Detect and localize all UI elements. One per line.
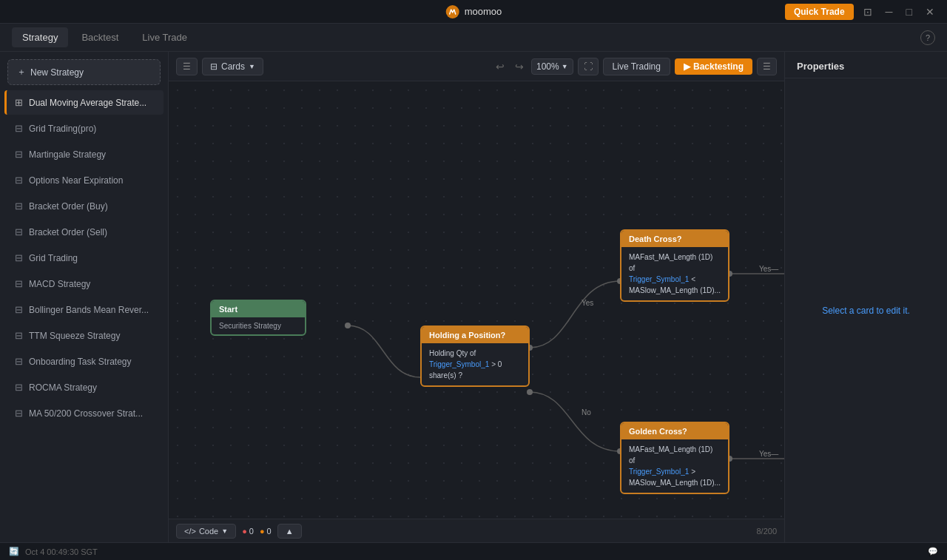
chevron-down-icon: ▼ (562, 63, 568, 70)
sidebar-item-bracket-buy[interactable]: ⊟ Bracket Order (Buy) (4, 194, 164, 218)
golden-cross-node[interactable]: Golden Cross? MAFast_MA_Length (1D) of T… (620, 422, 729, 494)
chevron-down-icon: ▼ (249, 63, 255, 70)
properties-header: Properties (785, 52, 947, 78)
properties-panel: Properties Select a card to edit it. (784, 52, 947, 542)
statusbar-right: 💬 (928, 547, 938, 556)
moomoo-logo-icon (445, 4, 460, 19)
zoom-control[interactable]: 100% ▼ (531, 58, 573, 75)
strategy-icon: ⊟ (15, 175, 23, 186)
strategy-icon: ⊟ (15, 278, 23, 289)
flow-canvas[interactable]: Yes No Yes— Yes— Start Securities Strate… (169, 81, 784, 519)
holding-node-header: Holding a Position? (422, 327, 528, 343)
properties-empty: Select a card to edit it. (785, 78, 947, 542)
chevron-down-icon: ▼ (221, 527, 228, 535)
tabbar: Strategy Backtest Live Trade ? (0, 24, 947, 52)
start-node[interactable]: Start Securities Strategy (210, 300, 306, 336)
golden-symbol-link[interactable]: Trigger_Symbol_1 (629, 468, 689, 476)
strategy-icon: ⊟ (15, 123, 23, 134)
sidebar-item-onboarding[interactable]: ⊟ Onboarding Task Strategy (4, 349, 164, 374)
cards-icon: ⊟ (210, 61, 218, 72)
strategy-icon: ⊟ (15, 304, 23, 315)
svg-point-1 (345, 323, 351, 328)
sidebar-item-macd[interactable]: ⊟ MACD Strategy (4, 271, 164, 296)
strategy-icon: ⊟ (15, 408, 23, 419)
death-cross-body: MAFast_MA_Length (1D) of Trigger_Symbol_… (621, 247, 728, 300)
quick-trade-button[interactable]: Quick Trade (785, 4, 854, 20)
titlebar: moomoo Quick Trade ⊡ ─ □ ✕ (0, 0, 947, 24)
golden-cross-header: Golden Cross? (621, 423, 728, 439)
tab-backtest[interactable]: Backtest (71, 27, 129, 47)
strategy-icon: ⊟ (15, 252, 23, 263)
code-icon: </> (184, 527, 196, 536)
titlebar-right: Quick Trade ⊡ ─ □ ✕ (785, 4, 938, 20)
yes-label-top: Yes (582, 299, 593, 307)
redo-button[interactable]: ↪ (512, 59, 527, 74)
strategy-icon: ⊟ (15, 149, 23, 160)
death-symbol-link[interactable]: Trigger_Symbol_1 (629, 275, 689, 283)
expand-button[interactable]: ▲ (277, 524, 302, 539)
titlebar-center: moomoo (445, 4, 502, 19)
new-strategy-button[interactable]: ＋ New Strategy (7, 59, 161, 85)
strategy-icon: ⊟ (15, 382, 23, 393)
yes-label-death: Yes— (759, 265, 778, 273)
holding-node-body: Holding Qty of Trigger_Symbol_1 > 0 shar… (422, 343, 528, 385)
tab-live-trade[interactable]: Live Trade (132, 27, 198, 47)
app-title: moomoo (465, 6, 502, 17)
play-icon: ▶ (684, 61, 690, 72)
close-button[interactable]: ✕ (922, 4, 938, 19)
sidebar-item-dual-ma[interactable]: ⊞ Dual Moving Average Strate... (4, 90, 164, 115)
sidebar-item-rocma[interactable]: ⊟ ROCMA Strategy (4, 375, 164, 399)
sidebar: ＋ New Strategy ⊞ Dual Moving Average Str… (0, 52, 169, 542)
sidebar-item-options-expiry[interactable]: ⊟ Options Near Expiration (4, 168, 164, 192)
error-red-badge: ● 0 (242, 527, 254, 536)
sidebar-item-bracket-sell[interactable]: ⊟ Bracket Order (Sell) (4, 220, 164, 244)
sidebar-item-bollinger[interactable]: ⊟ Bollinger Bands Mean Rever... (4, 297, 164, 322)
strategy-icon: ⊟ (15, 330, 23, 341)
save-icon-button[interactable]: ⊡ (860, 4, 876, 19)
golden-cross-body: MAFast_MA_Length (1D) of Trigger_Symbol_… (621, 439, 728, 493)
datetime: Oct 4 00:49:30 SGT (25, 547, 98, 556)
sidebar-item-martingale[interactable]: ⊟ Martingale Strategy (4, 142, 164, 166)
plus-icon: ＋ (17, 66, 26, 78)
layout-icon: ☰ (183, 61, 191, 72)
strategy-icon: ⊟ (15, 356, 23, 367)
error-orange-badge: ● 0 (260, 527, 272, 536)
sidebar-item-ma50[interactable]: ⊟ MA 50/200 Crossover Strat... (4, 401, 164, 425)
note-button[interactable]: ☰ (757, 58, 777, 75)
cards-button[interactable]: ⊟ Cards ▼ (202, 58, 263, 75)
tab-strategy[interactable]: Strategy (12, 27, 68, 47)
canvas-area: ☰ ⊟ Cards ▼ ↩ ↪ 100% ▼ ⛶ Live Trading ▶ … (169, 52, 784, 542)
bottom-toolbar: </> Code ▼ ● 0 ● 0 ▲ 8/200 (169, 519, 784, 542)
canvas-toolbar: ☰ ⊟ Cards ▼ ↩ ↪ 100% ▼ ⛶ Live Trading ▶ … (169, 52, 784, 81)
minimize-button[interactable]: ─ (882, 4, 897, 19)
maximize-button[interactable]: □ (903, 4, 916, 19)
yes-label-golden: Yes— (759, 450, 778, 458)
holding-symbol-link[interactable]: Trigger_Symbol_1 (429, 360, 489, 368)
start-node-body: Securities Strategy (212, 317, 305, 334)
start-node-header: Start (212, 301, 305, 317)
page-count: 8/200 (756, 527, 777, 536)
holding-node[interactable]: Holding a Position? Holding Qty of Trigg… (420, 325, 530, 387)
main-layout: ＋ New Strategy ⊞ Dual Moving Average Str… (0, 52, 947, 542)
death-cross-node[interactable]: Death Cross? MAFast_MA_Length (1D) of Tr… (620, 229, 729, 302)
strategy-icon: ⊟ (15, 200, 23, 212)
no-label: No (582, 408, 591, 416)
death-cross-header: Death Cross? (621, 231, 728, 247)
sidebar-item-grid[interactable]: ⊟ Grid Trading (4, 246, 164, 270)
live-trading-button[interactable]: Live Trading (603, 58, 670, 75)
error-orange-icon: ● (260, 527, 265, 536)
chat-icon[interactable]: 💬 (928, 547, 938, 556)
layout-toggle-button[interactable]: ☰ (176, 58, 198, 75)
svg-point-3 (527, 389, 533, 395)
help-icon[interactable]: ? (920, 30, 935, 45)
strategy-icon: ⊞ (15, 97, 23, 108)
toolbar-center: ↩ ↪ 100% ▼ ⛶ Live Trading ▶ Backtesting … (493, 58, 777, 75)
code-button[interactable]: </> Code ▼ (176, 524, 236, 539)
statusbar: 🔄 Oct 4 00:49:30 SGT 💬 (0, 542, 947, 560)
fullscreen-button[interactable]: ⛶ (578, 58, 599, 75)
sidebar-item-grid-pro[interactable]: ⊟ Grid Trading(pro) (4, 116, 164, 141)
backtesting-button[interactable]: ▶ Backtesting (675, 58, 752, 75)
strategy-icon: ⊟ (15, 226, 23, 237)
undo-button[interactable]: ↩ (493, 59, 508, 74)
sidebar-item-ttm[interactable]: ⊟ TTM Squeeze Strategy (4, 323, 164, 348)
